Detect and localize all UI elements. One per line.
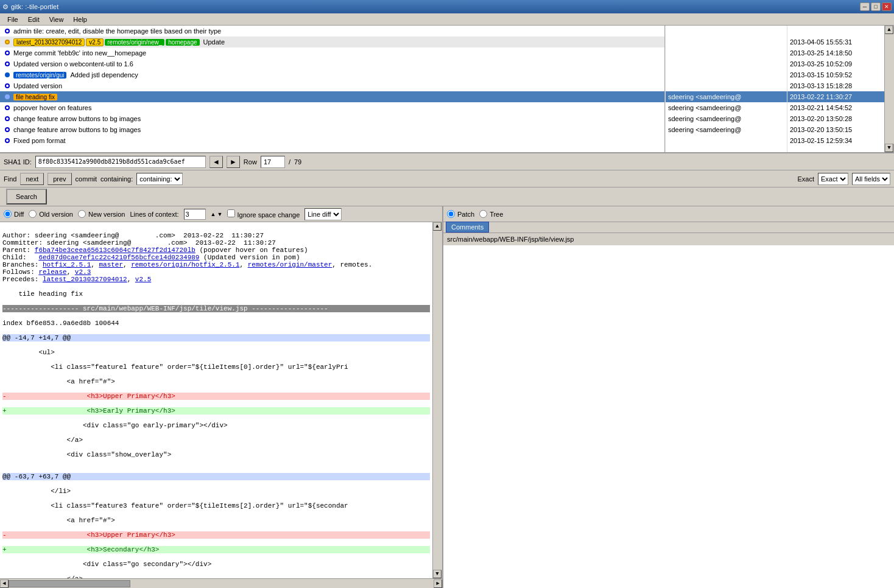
diff-radio[interactable]: Diff (4, 210, 24, 218)
exact-select[interactable]: Exact (818, 173, 848, 185)
ignore-space-checkbox[interactable] (227, 209, 235, 217)
commit-row[interactable]: Updated version o webcontent-util to 1.6 (0, 58, 664, 69)
follows-v23-link[interactable]: v2.3 (75, 268, 91, 276)
row-label: Row (244, 158, 257, 166)
precedes-v25-link[interactable]: v2.5 (135, 276, 151, 283)
old-version-radio[interactable]: Old version (29, 210, 73, 218)
branch-link-remotes-master[interactable]: remotes/origin/master (248, 261, 333, 268)
patch-radio[interactable]: Patch (447, 210, 474, 218)
diff-type-select[interactable]: Line diff (304, 208, 342, 220)
maximize-button[interactable]: □ (871, 2, 881, 11)
menu-edit[interactable]: Edit (23, 15, 44, 24)
diff-ctx6: <div class="show_overlay"> (2, 451, 430, 458)
blank-line (2, 283, 7, 290)
branch-link-remotes-hotfix[interactable]: remotes/origin/hotfix_2.5.1 (131, 261, 239, 268)
diff-author-line: Author: sdeering <samdeering@ .com> 2013… (2, 232, 264, 239)
row-input[interactable] (261, 156, 285, 168)
diff-add1: + <h3>Early Primary</h3> (2, 407, 430, 415)
commit-message: Updated version (13, 82, 62, 89)
follows-release-link[interactable]: release (38, 268, 66, 276)
nav-back-button[interactable]: ◄ (209, 156, 223, 168)
precedes-latest-link[interactable]: latest_20130327094012 (43, 276, 127, 283)
child-link[interactable]: 6ed87d0cae7ef1c22c4210f56bcfce14d0234989 (38, 254, 199, 261)
title-bar-controls[interactable]: ─ □ ✕ (860, 2, 892, 11)
patch-radio-input[interactable] (447, 210, 455, 218)
diff-controls: Diff Old version New version Lines of co… (0, 206, 442, 222)
minimize-button[interactable]: ─ (860, 2, 870, 11)
sha1-bar: SHA1 ID: ◄ ► Row / 79 (0, 153, 894, 170)
commit-list[interactable]: admin tile: create, edit, disable the ho… (0, 26, 665, 152)
sha1-input[interactable] (35, 156, 206, 168)
search-button[interactable]: Search (6, 189, 47, 205)
tree-radio-input[interactable] (479, 210, 487, 218)
date-row: 2013-02-15 12:59:34 (787, 135, 884, 146)
commit-row[interactable]: popover hover on features (0, 102, 664, 113)
lines-label: Lines of context: (130, 211, 178, 218)
tree-radio[interactable]: Tree (479, 210, 503, 218)
old-version-radio-input[interactable] (29, 210, 37, 218)
allfields-select[interactable]: All fields (852, 173, 890, 185)
close-button[interactable]: ✕ (882, 2, 892, 11)
menu-file[interactable]: File (2, 15, 23, 24)
row-separator: / (289, 158, 290, 166)
commit-row[interactable]: admin tile: create, edit, disable the ho… (0, 26, 664, 37)
ignore-space-label[interactable]: Ignore space change (227, 209, 300, 219)
diff-file-header: ------------------- src/main/webapp/WEB-… (2, 305, 430, 312)
diff-scroll-up[interactable]: ▲ (433, 222, 442, 231)
commit-row[interactable]: remotes/origin/gui Added jstl dependency (0, 69, 664, 80)
parent-link[interactable]: f6ba74be3ceea65613c6064c7f8427f2d14720lb (35, 247, 195, 254)
new-version-label: New version (88, 211, 125, 218)
menu-view[interactable]: View (44, 15, 69, 24)
commit-select[interactable]: containing: (136, 173, 183, 185)
commit-row-selected[interactable]: file heading fix (0, 91, 664, 102)
commit-message: Fixed pom format (13, 137, 66, 144)
author-row (666, 58, 787, 69)
branch-link-hotfix[interactable]: hotfix_2.5.1 (43, 261, 91, 268)
scroll-down-btn[interactable]: ▼ (885, 144, 893, 152)
commit-message: admin tile: create, edit, disable the ho… (13, 27, 221, 35)
commit-row[interactable]: Updated version (0, 80, 664, 91)
title-text: gitk: :-tile-portlet (11, 3, 58, 10)
branch-link-master[interactable]: master (99, 261, 123, 268)
commit-row[interactable]: Fixed pom format (0, 135, 664, 146)
old-version-label: Old version (39, 211, 73, 218)
next-button[interactable]: next (20, 173, 44, 185)
diff-committer-line: Committer: sdeering <samdeering@ .com> 2… (2, 239, 276, 247)
diff-scroll-down[interactable]: ▼ (433, 570, 442, 578)
commit-label: commit (76, 175, 97, 183)
diff-ctx7: </li> (2, 488, 430, 495)
blank-line3 (2, 466, 7, 473)
date-row: 2013-04-05 15:55:31 (787, 37, 884, 47)
comments-tab[interactable]: Comments (446, 222, 489, 233)
diff-hscroll-right[interactable]: ► (434, 579, 442, 588)
diff-scrollbar[interactable]: ▲ ▼ (432, 222, 442, 578)
commit-row[interactable]: change feature arrow buttons to bg image… (0, 124, 664, 135)
commit-row[interactable]: Merge commit 'febb9c' into new__homepage (0, 47, 664, 58)
new-version-radio[interactable]: New version (78, 210, 125, 218)
prev-button[interactable]: prev (48, 173, 71, 185)
diff-ctx3: <a href="#"> (2, 378, 430, 385)
diff-hscroll-left[interactable]: ◄ (0, 579, 9, 588)
commit-row[interactable]: change feature arrow buttons to bg image… (0, 113, 664, 124)
diff-radio-input[interactable] (4, 210, 12, 218)
file-path: src/main/webapp/WEB-INF/jsp/tile/view.js… (443, 233, 894, 245)
commit-row[interactable]: latest_20130327094012 v2.5 remotes/origi… (0, 37, 664, 47)
diff-add2: + <h3>Secondary</h3> (2, 546, 430, 553)
context-spinner[interactable]: ▲ ▼ (211, 211, 223, 217)
diff-hscroll-track (9, 580, 434, 587)
author-row (666, 80, 787, 91)
tree-label: Tree (490, 211, 503, 218)
new-version-radio-input[interactable] (78, 210, 86, 218)
top-scrollbar[interactable]: ▲ ▼ (884, 26, 894, 152)
diff-content[interactable]: Author: sdeering <samdeering@ .com> 2013… (0, 222, 432, 578)
main-container: admin tile: create, edit, disable the ho… (0, 26, 894, 588)
diff-hscrollbar[interactable]: ◄ ► (0, 578, 442, 588)
nav-forward-button[interactable]: ► (227, 156, 240, 168)
right-scrollable[interactable] (443, 245, 894, 588)
context-input[interactable] (184, 209, 206, 220)
scroll-track (885, 34, 894, 144)
scroll-up-btn[interactable]: ▲ (885, 26, 893, 34)
menu-help[interactable]: Help (68, 15, 92, 24)
date-row: 2013-03-25 14:18:50 (787, 47, 884, 58)
right-header: Comments (443, 222, 894, 233)
